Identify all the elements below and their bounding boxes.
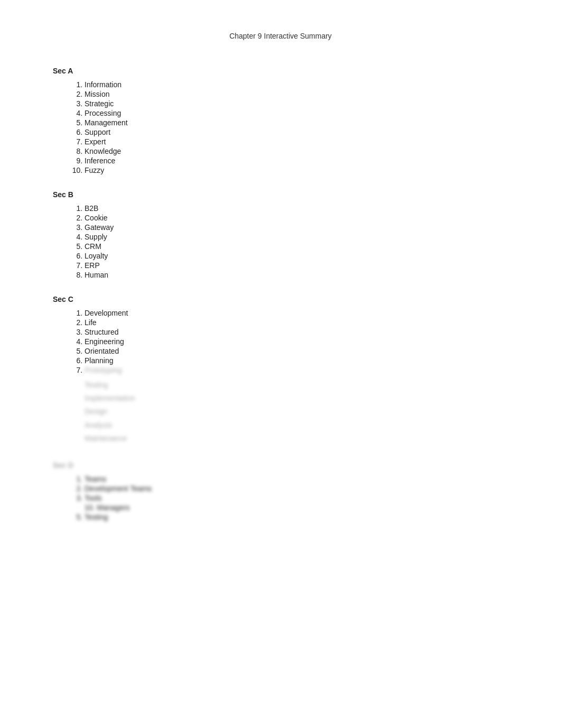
list-item: Knowledge (85, 147, 519, 155)
section-c-heading: Sec C (53, 295, 519, 303)
list-item: Cookie (85, 214, 519, 222)
list-item: Testing (85, 513, 519, 521)
list-item: CRM (85, 242, 519, 251)
list-item: B2B (85, 204, 519, 213)
list-item: Management (85, 118, 519, 127)
list-item: Development (85, 309, 519, 317)
section-b-list: B2B Cookie Gateway Supply CRM Loyalty ER… (74, 204, 519, 279)
list-item-blurred: Prototyping (85, 366, 519, 374)
section-a: Sec A Information Mission Strategic Proc… (42, 67, 519, 174)
list-item: Structured (85, 328, 519, 336)
list-item: Teams (85, 475, 519, 483)
list-item: Planning (85, 356, 519, 365)
list-item: Loyalty (85, 252, 519, 260)
section-d-list: Teams Development Teams Tools 10. Manage… (74, 475, 519, 521)
list-item: Processing (85, 109, 519, 117)
list-item: Fuzzy (85, 166, 519, 174)
list-item: Orientated (85, 347, 519, 355)
list-item: ERP (85, 261, 519, 270)
section-d: Sec D Teams Development Teams Tools 10. … (42, 461, 519, 521)
list-item: Engineering (85, 337, 519, 346)
list-item: Tools (85, 494, 519, 502)
section-d-heading: Sec D (53, 461, 519, 469)
list-item: Human (85, 271, 519, 279)
list-item: Expert (85, 137, 519, 146)
page-title: Chapter 9 Interactive Summary (42, 32, 519, 40)
section-c: Sec C Development Life Structured Engine… (42, 295, 519, 445)
list-item: Inference (85, 156, 519, 165)
list-item: Information (85, 80, 519, 89)
list-item: Gateway (85, 223, 519, 232)
list-item: Support (85, 128, 519, 136)
list-item: Strategic (85, 99, 519, 108)
section-a-list: Information Mission Strategic Processing… (74, 80, 519, 174)
list-item: Life (85, 318, 519, 327)
list-item: Development Teams (85, 484, 519, 493)
list-item: Mission (85, 90, 519, 98)
section-b-heading: Sec B (53, 190, 519, 199)
section-c-list: Development Life Structured Engineering … (74, 309, 519, 374)
list-item: 10. Managers (74, 503, 519, 512)
section-a-heading: Sec A (53, 67, 519, 75)
section-b: Sec B B2B Cookie Gateway Supply CRM Loya… (42, 190, 519, 279)
list-item: Supply (85, 233, 519, 241)
blurred-sub-list: Testing Implementation Design Analysis M… (85, 379, 519, 445)
